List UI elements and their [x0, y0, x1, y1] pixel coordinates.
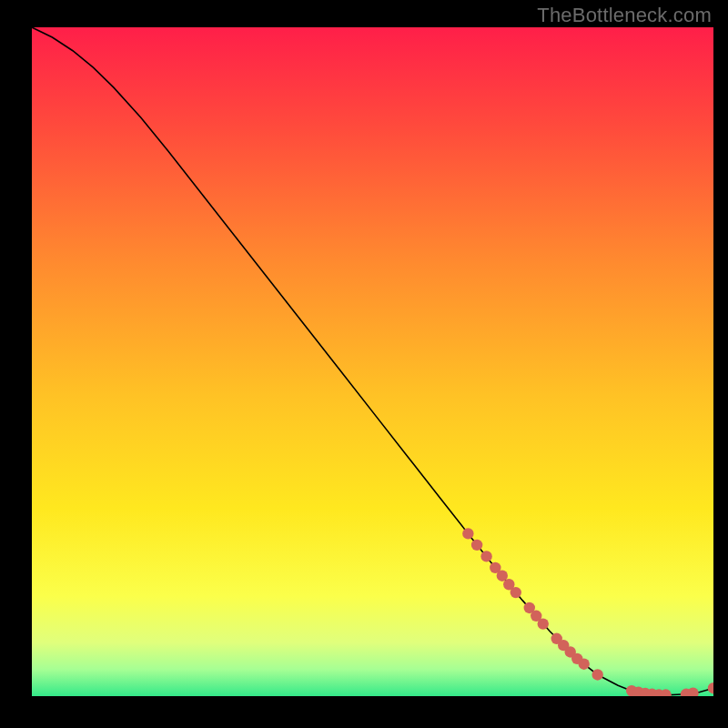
- data-marker: [592, 669, 602, 680]
- data-marker: [511, 587, 521, 598]
- chart-svg: [32, 27, 713, 696]
- data-marker: [538, 618, 549, 629]
- watermark-label: TheBottleneck.com: [537, 4, 712, 27]
- data-marker: [480, 551, 491, 561]
- data-marker: [578, 659, 589, 670]
- chart-container: TheBottleneck.com: [0, 0, 728, 728]
- data-marker: [471, 540, 482, 551]
- chart-plot-area: [32, 27, 713, 696]
- gradient-background: [32, 27, 713, 696]
- data-marker: [462, 528, 473, 539]
